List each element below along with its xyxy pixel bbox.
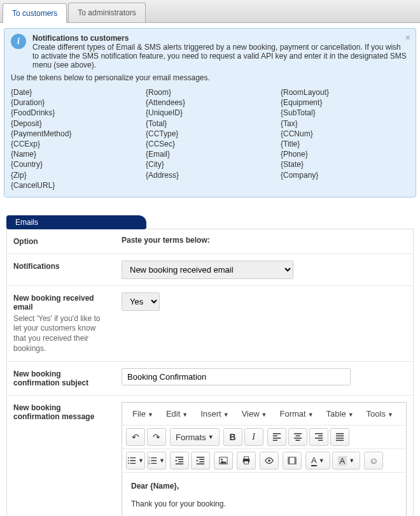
menu-view[interactable]: View▼	[237, 406, 272, 421]
align-right-icon[interactable]	[309, 428, 328, 446]
col-header-value: Paste your terms below:	[115, 229, 413, 254]
editor-toolbar-row2: ▼ 123▼	[122, 449, 406, 473]
align-justify-icon[interactable]	[330, 428, 349, 446]
svg-rect-10	[244, 461, 249, 464]
menu-edit[interactable]: Edit▼	[161, 406, 193, 421]
preview-icon[interactable]	[260, 452, 279, 469]
image-icon[interactable]	[214, 452, 233, 469]
editor-line: Dear {Name},	[131, 482, 397, 491]
editor-menubar: File▼ Edit▼ Insert▼ View▼ Format▼ Table▼…	[122, 403, 406, 426]
info-subtext: Use the tokens below to personalize your…	[11, 73, 409, 82]
notifications-label: Notifications	[7, 254, 115, 285]
token: {Tax}	[281, 118, 409, 129]
token: {Address}	[146, 170, 274, 180]
info-description: Create different types of Email & SMS al…	[32, 43, 409, 69]
redo-icon[interactable]: ↷	[147, 428, 166, 446]
token: {RoomLayout}	[281, 87, 409, 97]
token: {UniqueID}	[146, 108, 274, 118]
token: {Deposit}	[11, 118, 139, 129]
token: {Room}	[146, 87, 274, 97]
indent-icon[interactable]	[191, 452, 210, 469]
token: {CCExp}	[11, 139, 139, 149]
emoji-icon[interactable]: ☺	[364, 452, 383, 469]
token: {Duration}	[11, 97, 139, 108]
token: {CCSec}	[146, 139, 274, 149]
token: {Total}	[146, 118, 274, 129]
token: {Title}	[281, 139, 409, 149]
svg-rect-8	[244, 457, 249, 459]
info-panel: × i Notifications to customers Create di…	[4, 28, 416, 197]
token: {State}	[281, 159, 409, 169]
token: {Zip}	[11, 170, 139, 180]
svg-point-2	[128, 463, 129, 464]
bullet-list-icon[interactable]: ▼	[126, 452, 145, 469]
token: {CCType}	[146, 129, 274, 139]
svg-point-7	[221, 459, 223, 461]
svg-point-1	[128, 460, 129, 461]
italic-icon[interactable]: I	[244, 428, 263, 446]
menu-file[interactable]: File▼	[127, 406, 158, 421]
tab-to-administrators[interactable]: To administrators	[68, 3, 145, 22]
align-center-icon[interactable]	[288, 428, 307, 446]
token: {PaymentMethod}	[11, 129, 139, 139]
section-emails: Emails	[6, 215, 146, 229]
token: {Country}	[11, 159, 139, 169]
info-title: Notifications to customers	[32, 34, 409, 43]
token: {SubTotal}	[281, 108, 409, 118]
subject-input[interactable]	[122, 368, 351, 385]
token: {Attendees}	[146, 97, 274, 108]
media-icon[interactable]	[283, 452, 302, 469]
menu-tools[interactable]: Tools▼	[361, 406, 398, 421]
token: {CCNum}	[281, 129, 409, 139]
undo-icon[interactable]: ↶	[126, 428, 145, 446]
editor-line: Thank you for your booking.	[131, 499, 397, 508]
svg-point-0	[128, 457, 129, 459]
svg-text:3: 3	[148, 462, 150, 465]
menu-format[interactable]: Format▼	[275, 406, 319, 421]
received-hint: Select 'Yes' if you'd like to let your c…	[13, 314, 109, 354]
editor-toolbar-row1: ↶ ↷ Formats▼ B I	[122, 426, 406, 449]
menu-insert[interactable]: Insert▼	[195, 406, 234, 421]
token: {CancelURL}	[11, 180, 139, 190]
rich-text-editor: File▼ Edit▼ Insert▼ View▼ Format▼ Table▼…	[122, 402, 407, 516]
menu-table[interactable]: Table▼	[321, 406, 359, 421]
print-icon[interactable]	[237, 452, 256, 469]
token: {Phone}	[281, 149, 409, 159]
token: {Date}	[11, 87, 139, 97]
token-grid: {Date} {Duration} {FoodDrinks} {Deposit}…	[11, 87, 409, 190]
col-header-option: Option	[7, 229, 115, 254]
subject-label: New booking confirmation subject	[7, 362, 115, 395]
token: {FoodDrinks}	[11, 108, 139, 118]
align-left-icon[interactable]	[267, 428, 286, 446]
token: {Equipment}	[281, 97, 409, 108]
close-icon[interactable]: ×	[405, 32, 410, 43]
svg-point-11	[268, 460, 270, 462]
bold-icon[interactable]: B	[223, 428, 242, 446]
tab-to-customers[interactable]: To customers	[3, 3, 67, 23]
outdent-icon[interactable]	[170, 452, 189, 469]
info-icon: i	[11, 34, 26, 49]
notifications-select[interactable]: New booking received email	[122, 261, 293, 279]
tabs-bar: To customers To administrators	[0, 0, 420, 23]
token: {Company}	[281, 170, 409, 180]
editor-content[interactable]: Dear {Name}, Thank you for your booking.…	[122, 473, 406, 516]
settings-grid: Option Paste your terms below: Notificat…	[6, 229, 414, 516]
number-list-icon[interactable]: 123▼	[147, 452, 166, 469]
text-color-icon[interactable]: A▼	[305, 452, 330, 469]
token: {Name}	[11, 149, 139, 159]
formats-dropdown[interactable]: Formats▼	[170, 428, 220, 446]
received-select[interactable]: Yes	[122, 292, 160, 311]
received-label: New booking received email	[13, 294, 94, 312]
token: {Email}	[146, 149, 274, 159]
bg-color-icon[interactable]: A▼	[332, 452, 361, 469]
message-label: New booking confirmation message	[7, 396, 115, 516]
token: {City}	[146, 159, 274, 169]
